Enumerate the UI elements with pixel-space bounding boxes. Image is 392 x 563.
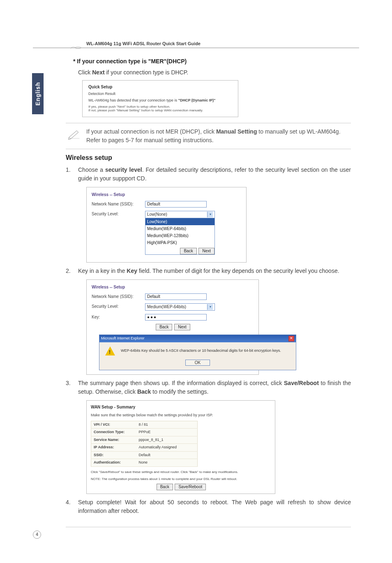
note-block: If your actual connection is not MER (DH… [66, 123, 351, 149]
step-4: Setup complete! Wait for about 50 second… [66, 498, 351, 515]
t: Save/Reboot [284, 380, 319, 386]
note-text: If your actual connection is not MER (DH… [86, 127, 351, 145]
quick-setup-title: Quick Setup [88, 85, 232, 89]
svg-line-1 [69, 137, 71, 139]
t: The summary page then shows up. If the i… [78, 380, 284, 386]
qs-line1: If yes, please push "Next" button to set… [88, 105, 232, 109]
table-row: VPI / VCI:8 / 81 [91, 421, 198, 429]
step-2: Key in a key in the Key field. The numbe… [66, 267, 351, 375]
table-row: Authentication:None [91, 459, 198, 467]
cell-k: SSID: [91, 451, 136, 459]
click-next-text: Click Next if your connection type is DH… [78, 69, 351, 77]
wan-summary-screenshot: WAN Setup - Summary Make sure that the s… [86, 400, 275, 494]
cell-v: Automatically Assigned [136, 444, 198, 452]
cell-k: IP Address: [91, 444, 136, 452]
summary-note1: Click "Save/Reboot" to save these settin… [91, 470, 271, 474]
warning-icon [105, 346, 115, 355]
table-row: Connection Type:PPPoE [91, 429, 198, 436]
cell-v: PPPoE [136, 429, 198, 436]
option-low-none[interactable]: Low(None) [145, 218, 214, 225]
next-button[interactable]: Next [198, 248, 214, 254]
cell-v: None [136, 459, 198, 467]
chevron-down-icon[interactable]: ▾ [207, 304, 213, 310]
t: "DHCP (Dynamic IP)" [178, 98, 216, 102]
ie-alert-modal: Microsoft Internet Explorer ✕ WEP-64bits… [99, 335, 296, 371]
ie-title: Microsoft Internet Explorer [101, 336, 145, 341]
language-tab: English [32, 73, 44, 114]
router-icon [70, 45, 81, 49]
ssid-label: Network Name (SSID): [92, 201, 145, 207]
step-3: The summary page then shows up. If the i… [66, 379, 351, 494]
t: Key in a key in the [78, 268, 127, 274]
summary-note2: NOTE: The configuration process takes ab… [91, 477, 271, 481]
next-button[interactable]: Next [174, 324, 190, 330]
t: If your actual connection is not MER (DH… [86, 128, 216, 135]
qs-line2: If not, please push "Manual Setting" but… [88, 108, 232, 113]
next-bold: Next [92, 69, 104, 76]
security-level-label: Security Level: [92, 303, 145, 309]
manual-setting-bold: Manual Setting [216, 128, 257, 135]
cell-k: Authentication: [91, 459, 136, 467]
close-icon[interactable]: ✕ [288, 336, 294, 341]
table-row: SSID:Default [91, 451, 198, 459]
t: Key [127, 268, 137, 274]
option-wep128[interactable]: Medium(WEP-128bits) [145, 232, 214, 239]
cell-k: Service Name: [91, 436, 136, 444]
summary-intro: Make sure that the settings below match … [91, 413, 271, 418]
option-wep64[interactable]: Medium(WEP-64bits) [145, 225, 214, 232]
select-value: Medium(WEP-64bits) [147, 304, 186, 310]
back-button[interactable]: Back [180, 248, 196, 254]
t: field. The number of digit for the key d… [137, 268, 339, 274]
table-row: IP Address:Automatically Assigned [91, 444, 198, 452]
ok-button[interactable]: OK [185, 360, 210, 366]
summary-table: VPI / VCI:8 / 81 Connection Type:PPPoE S… [91, 421, 198, 467]
detection-text: WL-AM604g has detected that your connect… [88, 98, 232, 102]
option-wpapsk[interactable]: High(WPA-PSK) [145, 239, 214, 246]
wireless-setup-heading: Wireless setup [66, 154, 351, 162]
t: Choose a [78, 166, 105, 173]
page-number: 4 [33, 531, 41, 539]
detection-result-label: Detection Result [88, 92, 232, 96]
back-button[interactable]: Back [156, 324, 172, 330]
ssid-label: Network Name (SSID): [92, 293, 145, 300]
table-row: Service Name:pppoe_8_81_1 [91, 436, 198, 444]
svg-point-0 [75, 47, 81, 49]
back-button[interactable]: Back [157, 484, 173, 490]
t: if your connection type is DHCP. [105, 69, 189, 76]
security-level-select[interactable]: Medium(WEP-64bits) ▾ [145, 303, 215, 311]
step-1: Choose a security level. For detailed se… [66, 166, 351, 263]
key-input[interactable]: ●●● [145, 314, 207, 321]
page-header-title: WL-AM604g 11g WiFi ADSL Router Quick Sta… [86, 41, 359, 46]
quick-setup-screenshot: Quick Setup Detection Result WL-AM604g h… [82, 80, 238, 117]
ssid-input[interactable]: Default [145, 293, 207, 300]
mer-heading: * If your connection type is "MER"(DHCP) [73, 58, 351, 65]
chevron-down-icon[interactable]: ▾ [207, 212, 213, 217]
select-options: Low(None) Medium(WEP-64bits) Medium(WEP-… [145, 218, 214, 246]
cell-v: 8 / 81 [136, 421, 198, 429]
t: Click [78, 69, 92, 76]
cell-v: pppoe_8_81_1 [136, 436, 198, 444]
save-reboot-button[interactable]: Save/Reboot [175, 484, 206, 490]
security-level-label: Security Level: [92, 211, 145, 217]
wl2-title: Wireless -- Setup [92, 284, 254, 290]
cell-k: VPI / VCI: [91, 421, 136, 429]
ie-message: WEP-64bits Key should be 5 ASCII charact… [121, 348, 281, 354]
cell-k: Connection Type: [91, 429, 136, 436]
key-label: Key: [92, 314, 145, 320]
ie-titlebar: Microsoft Internet Explorer ✕ [99, 335, 296, 342]
pencil-note-icon [67, 128, 81, 140]
cell-v: Default [136, 451, 198, 459]
wireless-setup-screenshot-2: Wireless -- Setup Network Name (SSID): D… [86, 279, 259, 375]
summary-title: WAN Setup - Summary [91, 404, 271, 410]
wireless-setup-screenshot-1: Wireless -- Setup Network Name (SSID): D… [86, 187, 247, 263]
ssid-input[interactable]: Default [145, 201, 207, 208]
footer-rule [66, 527, 351, 527]
select-value: Low(None) [147, 211, 167, 217]
t: to modify the settings. [151, 388, 208, 395]
t: Back [137, 388, 151, 395]
header-rule [33, 48, 359, 48]
t: security level [105, 166, 142, 173]
t: WL-AM604g has detected that your connect… [88, 98, 178, 102]
wl1-title: Wireless -- Setup [92, 192, 241, 198]
security-level-select[interactable]: Low(None) ▾ Low(None) Medium(WEP-64bits)… [145, 211, 215, 255]
